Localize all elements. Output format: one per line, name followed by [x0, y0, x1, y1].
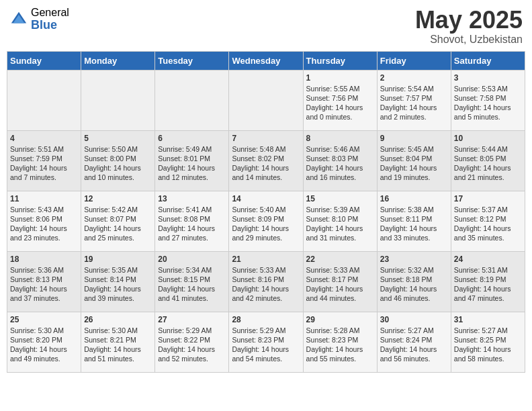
day-info: Sunrise: 5:48 AM	[232, 144, 300, 154]
day-info: Daylight: 14 hours and 41 minutes.	[158, 284, 226, 303]
day-info: Sunset: 8:21 PM	[84, 335, 152, 345]
day-info: Daylight: 14 hours and 10 minutes.	[84, 163, 152, 182]
day-number: 28	[232, 315, 300, 324]
day-number: 14	[232, 194, 300, 203]
day-number: 21	[232, 255, 300, 264]
day-info: Sunset: 8:19 PM	[454, 275, 522, 284]
day-header-thursday: Thursday	[303, 51, 377, 70]
calendar-cell: 30Sunrise: 5:27 AMSunset: 8:24 PMDayligh…	[377, 312, 451, 372]
calendar-cell: 26Sunrise: 5:30 AMSunset: 8:21 PMDayligh…	[81, 312, 155, 372]
day-number: 6	[158, 134, 226, 143]
day-number: 7	[232, 134, 300, 143]
day-info: Sunrise: 5:55 AM	[306, 84, 374, 93]
day-info: Daylight: 14 hours and 21 minutes.	[454, 163, 522, 182]
day-info: Sunrise: 5:33 AM	[232, 265, 300, 275]
day-header-wednesday: Wednesday	[229, 51, 303, 70]
day-number: 30	[380, 315, 448, 324]
day-info: Daylight: 14 hours and 44 minutes.	[306, 284, 374, 303]
day-number: 26	[84, 315, 152, 324]
day-number: 13	[158, 194, 226, 203]
day-info: Sunrise: 5:38 AM	[380, 205, 448, 214]
day-info: Sunset: 8:10 PM	[306, 214, 374, 224]
logo: General Blue	[9, 7, 69, 32]
day-number: 8	[306, 134, 374, 143]
day-number: 12	[84, 194, 152, 203]
calendar-table: SundayMondayTuesdayWednesdayThursdayFrid…	[7, 51, 525, 373]
day-number: 16	[380, 194, 448, 203]
day-info: Daylight: 14 hours and 46 minutes.	[380, 284, 448, 303]
day-info: Sunset: 8:25 PM	[454, 335, 522, 345]
day-info: Sunrise: 5:42 AM	[84, 205, 152, 214]
calendar-cell: 22Sunrise: 5:33 AMSunset: 8:17 PMDayligh…	[303, 251, 377, 312]
day-info: Sunset: 8:17 PM	[306, 275, 374, 284]
day-info: Sunrise: 5:27 AM	[454, 326, 522, 335]
day-info: Sunset: 8:04 PM	[380, 154, 448, 163]
day-info: Daylight: 14 hours and 5 minutes.	[454, 103, 522, 122]
calendar-cell: 9Sunrise: 5:45 AMSunset: 8:04 PMDaylight…	[377, 130, 451, 191]
day-info: Sunrise: 5:39 AM	[306, 205, 374, 214]
calendar-cell	[155, 70, 229, 130]
day-info: Sunset: 7:59 PM	[10, 154, 78, 163]
day-info: Sunset: 8:23 PM	[306, 335, 374, 345]
calendar-cell	[7, 70, 81, 130]
day-info: Daylight: 14 hours and 23 minutes.	[10, 224, 78, 242]
calendar-cell: 14Sunrise: 5:40 AMSunset: 8:09 PMDayligh…	[229, 191, 303, 251]
day-info: Sunrise: 5:30 AM	[84, 326, 152, 335]
day-info: Sunset: 8:09 PM	[232, 214, 300, 224]
day-number: 19	[84, 255, 152, 264]
day-info: Daylight: 14 hours and 29 minutes.	[232, 224, 300, 242]
day-info: Daylight: 14 hours and 12 minutes.	[158, 163, 226, 182]
calendar-cell: 11Sunrise: 5:43 AMSunset: 8:06 PMDayligh…	[7, 191, 81, 251]
day-number: 11	[10, 194, 78, 203]
day-info: Sunset: 8:13 PM	[10, 275, 78, 284]
calendar-cell: 31Sunrise: 5:27 AMSunset: 8:25 PMDayligh…	[451, 312, 525, 372]
day-info: Sunset: 8:03 PM	[306, 154, 374, 163]
calendar-cell: 8Sunrise: 5:46 AMSunset: 8:03 PMDaylight…	[303, 130, 377, 191]
day-info: Sunset: 8:20 PM	[10, 335, 78, 345]
day-info: Sunrise: 5:33 AM	[306, 265, 374, 275]
day-info: Sunset: 8:01 PM	[158, 154, 226, 163]
day-number: 2	[380, 73, 448, 83]
day-info: Daylight: 14 hours and 55 minutes.	[306, 345, 374, 363]
day-info: Daylight: 14 hours and 0 minutes.	[306, 103, 374, 122]
day-number: 5	[84, 134, 152, 143]
calendar-cell: 4Sunrise: 5:51 AMSunset: 7:59 PMDaylight…	[7, 130, 81, 191]
day-info: Sunset: 8:00 PM	[84, 154, 152, 163]
day-info: Sunrise: 5:27 AM	[380, 326, 448, 335]
calendar-cell: 7Sunrise: 5:48 AMSunset: 8:02 PMDaylight…	[229, 130, 303, 191]
week-row-2: 4Sunrise: 5:51 AMSunset: 7:59 PMDaylight…	[7, 130, 525, 191]
day-info: Daylight: 14 hours and 56 minutes.	[380, 345, 448, 363]
calendar-cell: 16Sunrise: 5:38 AMSunset: 8:11 PMDayligh…	[377, 191, 451, 251]
calendar-cell	[229, 70, 303, 130]
logo-icon	[9, 10, 28, 29]
day-info: Sunset: 8:23 PM	[232, 335, 300, 345]
day-info: Sunrise: 5:32 AM	[380, 265, 448, 275]
day-info: Sunrise: 5:31 AM	[454, 265, 522, 275]
day-info: Sunrise: 5:28 AM	[306, 326, 374, 335]
title-block: May 2025 Shovot, Uzbekistan	[415, 7, 523, 46]
day-info: Daylight: 14 hours and 47 minutes.	[454, 284, 522, 303]
day-header-friday: Friday	[377, 51, 451, 70]
calendar-cell: 13Sunrise: 5:41 AMSunset: 8:08 PMDayligh…	[155, 191, 229, 251]
day-info: Sunset: 8:16 PM	[232, 275, 300, 284]
day-info: Daylight: 14 hours and 42 minutes.	[232, 284, 300, 303]
day-info: Daylight: 14 hours and 31 minutes.	[306, 224, 374, 242]
calendar-cell: 1Sunrise: 5:55 AMSunset: 7:56 PMDaylight…	[303, 70, 377, 130]
week-row-5: 25Sunrise: 5:30 AMSunset: 8:20 PMDayligh…	[7, 312, 525, 372]
calendar-cell: 24Sunrise: 5:31 AMSunset: 8:19 PMDayligh…	[451, 251, 525, 312]
day-info: Sunrise: 5:40 AM	[232, 205, 300, 214]
day-number: 29	[306, 315, 374, 324]
day-info: Sunrise: 5:45 AM	[380, 144, 448, 154]
day-info: Sunrise: 5:36 AM	[10, 265, 78, 275]
day-info: Sunset: 8:06 PM	[10, 214, 78, 224]
calendar-cell: 23Sunrise: 5:32 AMSunset: 8:18 PMDayligh…	[377, 251, 451, 312]
day-header-sunday: Sunday	[7, 51, 81, 70]
day-info: Sunrise: 5:30 AM	[10, 326, 78, 335]
day-info: Sunrise: 5:29 AM	[232, 326, 300, 335]
day-number: 23	[380, 255, 448, 264]
day-info: Sunset: 8:07 PM	[84, 214, 152, 224]
day-header-monday: Monday	[81, 51, 155, 70]
calendar-cell: 5Sunrise: 5:50 AMSunset: 8:00 PMDaylight…	[81, 130, 155, 191]
day-info: Sunrise: 5:50 AM	[84, 144, 152, 154]
calendar-cell: 29Sunrise: 5:28 AMSunset: 8:23 PMDayligh…	[303, 312, 377, 372]
